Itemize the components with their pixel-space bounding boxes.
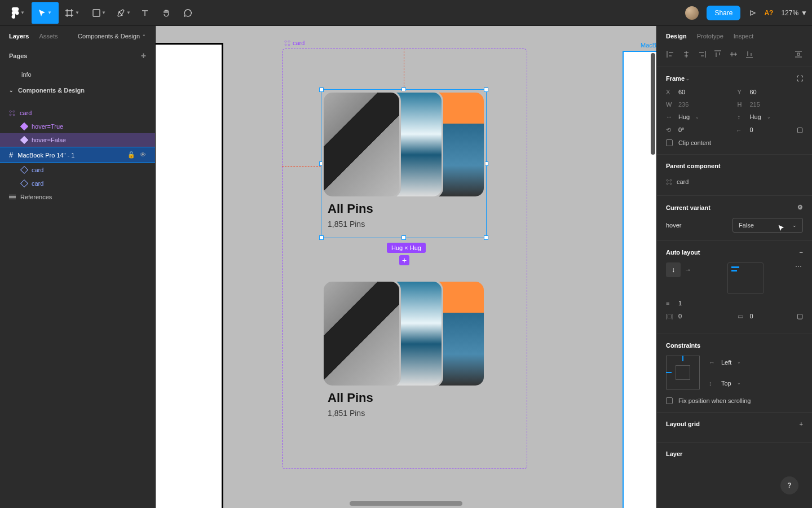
component-set-icon [9,110,15,116]
align-top-icon[interactable] [713,50,722,59]
alignment-grid[interactable] [727,262,764,294]
layer-frame-macbook[interactable]: # MacBook Pro 14" - 1 🔓 👁 [0,147,155,163]
layer-variant-hover-true[interactable]: hover=True [0,120,155,133]
page-info[interactable]: info [0,67,155,82]
move-tool[interactable]: ▼ [32,2,59,24]
h-input[interactable]: H215 [738,101,804,108]
pages-header: Pages + [0,45,155,67]
horiz-resize[interactable]: ↔Hug⌄ [666,113,732,120]
layer-references[interactable]: References [0,190,155,204]
autolayout-more-icon[interactable]: ⋯ [795,262,803,270]
align-v-center-icon[interactable] [729,50,738,59]
layout-grid-section: Layout grid + [657,413,812,443]
independent-corners-icon[interactable]: ▢ [797,126,803,134]
layers-panel: Layers Assets Components & Design ⌃ Page… [0,26,156,508]
alignment-controls [657,46,812,67]
constraint-diagram[interactable] [666,356,700,389]
missing-fonts-indicator[interactable]: A? [764,9,773,17]
vertical-scrollbar[interactable] [651,53,655,155]
direction-horizontal[interactable]: → [681,262,695,277]
artboard-left[interactable] [156,43,223,508]
share-button[interactable]: Share [707,6,740,20]
resize-to-fit-icon[interactable]: ⛶ [797,75,803,82]
tab-prototype[interactable]: Prototype [697,33,723,40]
clip-content-checkbox[interactable]: Clip content [666,139,803,146]
remove-autolayout-icon[interactable]: − [800,249,803,256]
user-avatar[interactable] [685,6,699,20]
instance-icon [20,179,28,187]
resize-handle[interactable] [319,235,324,240]
horizontal-scrollbar[interactable] [350,501,462,506]
instance-icon [20,166,28,174]
variant-icon [20,136,28,144]
radius-input[interactable]: ⌐0▢ [738,126,804,134]
vert-resize[interactable]: ↕Hug⌄ [738,113,804,120]
gap-input[interactable]: ≡1 [666,300,803,306]
svg-rect-0 [93,10,100,16]
resize-handle[interactable] [484,235,488,240]
tab-assets[interactable]: Assets [39,33,58,40]
fix-position-checkbox[interactable]: Fix position when scrolling [666,397,803,404]
add-page-button[interactable]: + [141,51,146,61]
current-variant-section: Current variant ⚙ hover False ⌄ [657,196,812,241]
page-current[interactable]: ⌄ Components & Design [0,82,155,98]
pad-v-input[interactable]: ▭0▢ [738,312,804,320]
figma-menu[interactable]: ▼ [5,2,32,24]
align-left-icon[interactable] [666,50,675,59]
tab-layers[interactable]: Layers [9,33,29,40]
constraint-h-select[interactable]: ↔Left⌄ [709,356,741,369]
resize-handle[interactable] [484,87,488,92]
w-input[interactable]: W236 [666,101,732,108]
pad-h-input[interactable]: |□|0 [666,312,732,320]
zoom-control[interactable]: 127%▼ [781,9,807,17]
hand-tool[interactable] [156,2,177,24]
burger-icon [9,195,16,200]
layer-section: Layer [657,443,812,472]
text-tool[interactable] [134,2,156,24]
unlock-icon[interactable]: 🔓 [127,151,135,159]
component-label[interactable]: card [284,40,304,46]
layer-variant-hover-false[interactable]: hover=False [0,133,155,147]
present-button[interactable] [748,2,756,24]
frame-tool[interactable]: ▼ [59,2,86,24]
help-button[interactable]: ? [780,476,798,494]
component-set-icon [284,40,290,46]
comment-tool[interactable] [177,2,198,24]
parent-component-link[interactable]: card [666,176,803,187]
shape-tool[interactable]: ▼ [86,2,113,24]
visibility-icon[interactable]: 👁 [140,151,146,159]
variant-value-select[interactable]: False ⌄ [732,218,803,233]
canvas[interactable]: MacBook Pr card All Pins 1,851 Pins Hug … [156,26,656,508]
parent-component-section: Parent component card [657,155,812,196]
direction-vertical[interactable]: ↓ [666,262,681,277]
card-variant-2[interactable]: All Pins 1,851 Pins [322,280,486,418]
resize-handle[interactable] [401,235,406,240]
tab-design[interactable]: Design [666,33,687,40]
align-h-center-icon[interactable] [682,50,691,59]
frame-label-macbook[interactable]: MacBook Pr [641,42,656,49]
tab-inspect[interactable]: Inspect [734,33,753,40]
align-bottom-icon[interactable] [745,50,754,59]
card-thumbnails [322,91,486,198]
card-thumbnails [322,280,486,387]
add-variant-button[interactable]: + [399,255,409,265]
align-right-icon[interactable] [698,50,707,59]
pen-tool[interactable]: ▼ [113,2,134,24]
layer-instance-card-2[interactable]: card [0,177,155,190]
variant-prop-label: hover [666,222,682,229]
layer-instance-card-1[interactable]: card [0,163,155,177]
x-input[interactable]: X60 [666,89,732,95]
resize-handle[interactable] [319,87,324,92]
rotation-input[interactable]: ⟲0° [666,126,732,134]
independent-padding-icon[interactable]: ▢ [797,312,803,320]
card-subtitle: 1,851 Pins [322,409,486,418]
auto-layout-section: Auto layout − ↓ → ⋯ ≡1 |□|0 ▭0▢ [657,241,812,334]
y-input[interactable]: Y60 [738,89,804,95]
variant-settings-icon[interactable]: ⚙ [797,204,803,211]
add-layout-grid-icon[interactable]: + [800,421,803,427]
frame-icon: # [9,151,13,159]
layer-component-card[interactable]: card [0,106,155,120]
distribute-icon[interactable] [794,50,803,59]
page-selector[interactable]: Components & Design ⌃ [78,33,146,40]
constraint-v-select[interactable]: ↕Top⌄ [709,376,741,389]
